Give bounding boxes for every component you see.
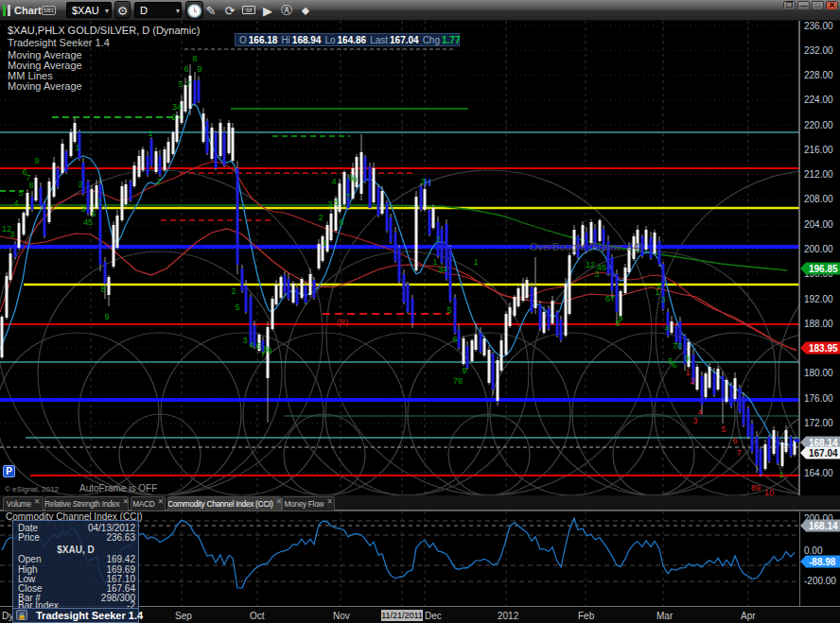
svg-text:224.00: 224.00 [804, 95, 833, 105]
svg-text:220.00: 220.00 [804, 120, 833, 130]
svg-text:2: 2 [78, 180, 82, 189]
svg-text:5: 5 [446, 305, 451, 315]
svg-text:4: 4 [331, 177, 336, 186]
svg-text:2: 2 [435, 234, 440, 244]
svg-text:9: 9 [267, 346, 271, 355]
svg-text:5: 5 [721, 424, 726, 434]
svg-text:78: 78 [673, 341, 682, 351]
svg-text:236.00: 236.00 [804, 21, 833, 31]
svg-text:9: 9 [104, 312, 109, 321]
svg-text:1: 1 [655, 287, 659, 297]
svg-text:OverBought (Frame: 64): OverBought (Frame: 64) [530, 241, 642, 252]
svg-text:6: 6 [732, 436, 737, 445]
svg-text:9: 9 [684, 354, 689, 363]
svg-text:208.00: 208.00 [804, 194, 833, 204]
svg-text:78: 78 [453, 376, 463, 386]
svg-text:2: 2 [156, 177, 161, 186]
svg-text:2: 2 [690, 376, 694, 386]
svg-text:167.04: 167.04 [809, 448, 838, 459]
svg-text:1: 1 [432, 257, 437, 267]
svg-text:172.00: 172.00 [804, 418, 833, 428]
svg-text:2: 2 [318, 213, 323, 222]
svg-text:(R): (R) [337, 318, 349, 327]
svg-text:7: 7 [185, 79, 190, 89]
svg-text:4: 4 [13, 199, 18, 208]
svg-text:3: 3 [327, 199, 332, 209]
svg-text:5: 5 [178, 79, 183, 89]
svg-text:8: 8 [192, 54, 197, 63]
svg-text:12: 12 [586, 260, 595, 269]
svg-text:7: 7 [345, 192, 350, 201]
svg-text:67: 67 [605, 294, 615, 303]
svg-text:8: 8 [28, 181, 33, 190]
svg-text:212.00: 212.00 [804, 169, 833, 180]
svg-text:-200.00: -200.00 [804, 576, 836, 586]
svg-text:5: 5 [235, 303, 239, 312]
svg-text:1: 1 [75, 143, 79, 152]
svg-text:204.00: 204.00 [804, 219, 833, 230]
svg-text:9: 9 [34, 156, 39, 165]
svg-text:3: 3 [9, 230, 14, 239]
svg-text:9: 9 [462, 366, 466, 375]
svg-text:3: 3 [242, 336, 247, 345]
svg-text:34: 34 [172, 102, 182, 112]
svg-text:5: 5 [18, 188, 23, 198]
svg-text:232.00: 232.00 [804, 45, 833, 56]
svg-text:5: 5 [334, 198, 339, 207]
svg-text:4: 4 [697, 407, 702, 417]
svg-text:0.00: 0.00 [804, 545, 823, 556]
svg-text:1: 1 [322, 238, 326, 248]
svg-text:2: 2 [171, 112, 176, 122]
svg-text:183.95: 183.95 [809, 343, 838, 354]
svg-text:3: 3 [692, 416, 697, 425]
svg-text:200.00: 200.00 [804, 244, 833, 254]
svg-text:6: 6 [339, 217, 343, 227]
svg-text:3: 3 [660, 295, 665, 304]
svg-text:4: 4 [664, 323, 669, 333]
svg-text:8: 8 [100, 285, 105, 294]
svg-text:9: 9 [618, 314, 622, 323]
svg-text:3: 3 [80, 204, 85, 214]
svg-text:192.00: 192.00 [804, 294, 833, 304]
svg-text:6: 6 [672, 360, 676, 370]
svg-text:6: 6 [452, 335, 457, 344]
svg-text:45: 45 [83, 217, 93, 227]
svg-text:9: 9 [352, 175, 357, 184]
svg-text:168.14: 168.14 [809, 438, 838, 448]
svg-text:164.00: 164.00 [804, 468, 833, 478]
svg-text:1: 1 [473, 257, 478, 267]
svg-text:216.00: 216.00 [804, 145, 833, 155]
svg-text:1: 1 [148, 129, 152, 138]
svg-text:7: 7 [96, 198, 101, 207]
svg-text:7: 7 [736, 448, 741, 458]
svg-text:176.00: 176.00 [804, 393, 833, 404]
svg-text:3: 3 [594, 269, 599, 279]
svg-text:180.00: 180.00 [804, 368, 833, 378]
svg-text:228.00: 228.00 [804, 70, 833, 80]
svg-text:H: H [424, 178, 430, 188]
svg-text:6: 6 [184, 64, 188, 74]
svg-text:188.00: 188.00 [804, 319, 833, 329]
svg-text:34: 34 [438, 265, 447, 274]
svg-text:89: 89 [751, 483, 761, 493]
svg-text:2: 2 [231, 286, 236, 296]
svg-text:168.14: 168.14 [809, 521, 838, 531]
svg-text:-88.98: -88.98 [809, 557, 836, 567]
svg-text:1: 1 [779, 470, 783, 479]
svg-text:9: 9 [197, 64, 201, 74]
svg-text:4: 4 [249, 340, 254, 350]
svg-text:196.85: 196.85 [809, 264, 838, 274]
